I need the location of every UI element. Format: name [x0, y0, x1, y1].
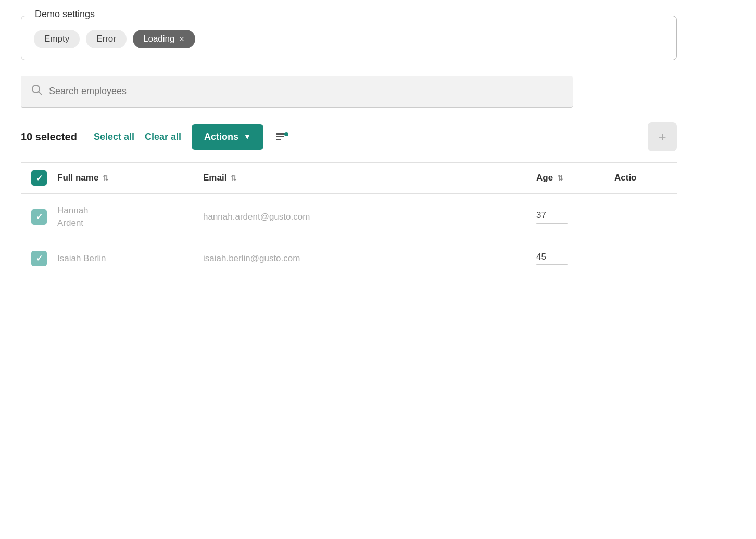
filter-button[interactable] [276, 133, 287, 140]
search-input[interactable] [49, 86, 562, 97]
row-1-age-line [536, 223, 568, 224]
row-1-age-cell: 37 [536, 210, 614, 224]
row-2-email: isaiah.berlin@gusto.com [203, 253, 536, 264]
sort-email-icon[interactable]: ⇅ [231, 174, 237, 182]
row-2-checkbox-cell: ✓ [21, 251, 57, 266]
checkmark-icon: ✓ [36, 173, 43, 183]
pill-empty[interactable]: Empty [34, 30, 80, 48]
column-header-actions: Actio [614, 173, 677, 183]
add-icon: + [658, 129, 666, 145]
row-1-age: 37 [536, 210, 614, 221]
pill-error[interactable]: Error [86, 30, 127, 48]
table-container: ✓ Full name ⇅ Email ⇅ Age ⇅ Actio ✓ Hann… [21, 162, 677, 277]
pill-loading-label: Loading [143, 34, 175, 44]
column-header-fullname[interactable]: Full name ⇅ [57, 173, 203, 183]
row-2-checkbox[interactable]: ✓ [31, 251, 47, 266]
row-1-checkmark-icon: ✓ [36, 212, 43, 222]
selected-count: 10 selected [21, 131, 83, 143]
row-1-fullname: HannahArdent [57, 204, 203, 229]
column-age-label: Age [536, 173, 553, 183]
clear-all-button[interactable]: Clear all [145, 132, 181, 143]
pill-loading[interactable]: Loading ✕ [133, 30, 196, 48]
row-1-checkbox-cell: ✓ [21, 209, 57, 225]
column-email-label: Email [203, 173, 226, 183]
search-icon [31, 84, 43, 98]
svg-line-1 [39, 92, 42, 95]
row-2-fullname: Isaiah Berlin [57, 252, 203, 265]
row-2-checkmark-icon: ✓ [36, 253, 43, 263]
column-header-age[interactable]: Age ⇅ [536, 173, 614, 183]
search-container [21, 76, 573, 108]
column-actions-label: Actio [614, 173, 637, 183]
pill-close-icon[interactable]: ✕ [179, 35, 185, 43]
select-all-checkbox[interactable]: ✓ [31, 170, 47, 186]
demo-settings-box: Demo settings Empty Error Loading ✕ [21, 16, 677, 60]
select-all-button[interactable]: Select all [94, 132, 134, 143]
table-header: ✓ Full name ⇅ Email ⇅ Age ⇅ Actio [21, 163, 677, 194]
add-button[interactable]: + [648, 122, 677, 151]
sort-fullname-icon[interactable]: ⇅ [103, 174, 109, 182]
row-2-age-line [536, 264, 568, 265]
filter-dot-badge [284, 132, 288, 136]
sort-age-icon[interactable]: ⇅ [557, 174, 563, 182]
pill-error-label: Error [96, 34, 116, 44]
header-checkbox-cell: ✓ [21, 170, 57, 186]
column-header-email[interactable]: Email ⇅ [203, 173, 536, 183]
pill-empty-label: Empty [44, 34, 69, 44]
actions-button[interactable]: Actions ▼ [192, 124, 263, 150]
column-fullname-label: Full name [57, 173, 98, 183]
table-row: ✓ Isaiah Berlin isaiah.berlin@gusto.com … [21, 240, 677, 277]
demo-settings-title: Demo settings [32, 9, 98, 20]
toolbar: 10 selected Select all Clear all Actions… [21, 122, 677, 151]
actions-label: Actions [204, 132, 238, 143]
table-row: ✓ HannahArdent hannah.ardent@gusto.com 3… [21, 194, 677, 240]
row-2-age-cell: 45 [536, 252, 614, 265]
row-1-email: hannah.ardent@gusto.com [203, 212, 536, 222]
demo-pills: Empty Error Loading ✕ [34, 30, 664, 48]
row-2-age: 45 [536, 252, 614, 262]
actions-chevron-icon: ▼ [244, 133, 251, 141]
row-1-checkbox[interactable]: ✓ [31, 209, 47, 225]
